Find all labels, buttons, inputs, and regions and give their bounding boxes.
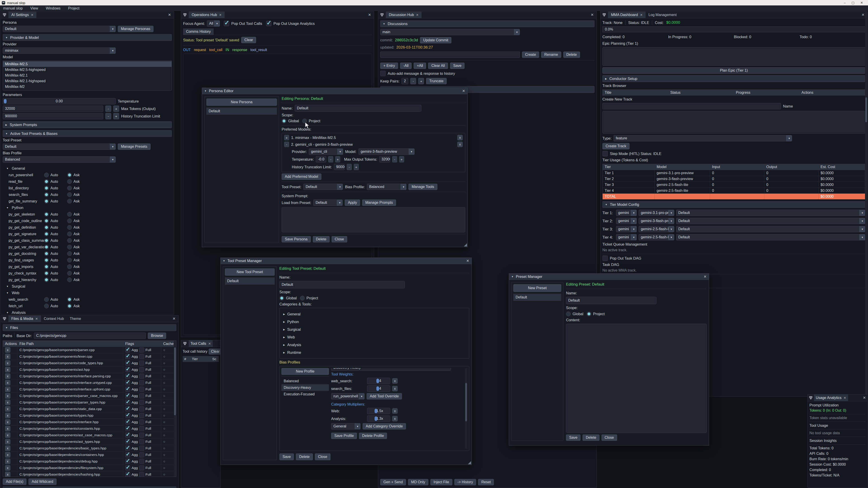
tier-preset-select[interactable]: Default: [676, 210, 865, 216]
history-action-button[interactable]: Save: [450, 63, 465, 69]
panel-menu-icon[interactable]: [1, 315, 8, 322]
section-provider-model[interactable]: Provider & Model: [3, 34, 172, 41]
close-panel-icon[interactable]: [165, 11, 174, 18]
remove-file-button[interactable]: [5, 400, 10, 405]
full-checkbox[interactable]: [139, 400, 144, 405]
panel-menu-icon[interactable]: [1, 11, 8, 18]
ask-radio[interactable]: [67, 258, 72, 263]
delete-persona-button[interactable]: Delete: [313, 236, 330, 242]
remove-file-button[interactable]: [5, 419, 10, 425]
agg-checkbox[interactable]: [125, 452, 130, 457]
full-checkbox[interactable]: [139, 361, 144, 365]
chevron-down-icon[interactable]: [6, 285, 10, 288]
history-action-button[interactable]: + Entry: [380, 63, 398, 69]
agg-checkbox[interactable]: [125, 413, 130, 418]
agg-checkbox[interactable]: [125, 348, 130, 352]
remove-file-button[interactable]: [5, 432, 10, 438]
remove-override-button[interactable]: [392, 416, 398, 421]
multiplier-slider[interactable]: 1.3x: [367, 416, 390, 422]
scrollbar[interactable]: [865, 11, 867, 396]
auto-radio[interactable]: [44, 179, 49, 184]
increment-button[interactable]: +: [354, 164, 359, 170]
remove-file-button[interactable]: [5, 406, 10, 412]
auto-radio[interactable]: [44, 232, 49, 236]
full-checkbox[interactable]: [139, 439, 144, 444]
popout-tool-calls-checkbox[interactable]: [224, 21, 229, 26]
auto-radio[interactable]: [44, 173, 49, 177]
close-button[interactable]: Close: [601, 434, 617, 441]
tier-preset-select[interactable]: Default: [676, 218, 865, 224]
remove-file-button[interactable]: [5, 367, 10, 372]
popout-task-dag-checkbox[interactable]: [602, 256, 608, 261]
manage-presets-button[interactable]: Manage Presets: [118, 143, 151, 150]
model-list-item[interactable]: MiniMax-M2.5: [3, 61, 172, 67]
composer-action-button[interactable]: MD Only: [408, 479, 428, 485]
auto-radio[interactable]: [44, 225, 49, 230]
track-type-select[interactable]: feature: [614, 135, 792, 141]
close-panel-icon[interactable]: [588, 11, 596, 18]
dialog-titlebar[interactable]: Preset Manager: [509, 273, 709, 280]
close-tab-icon[interactable]: [31, 13, 33, 17]
auto-radio[interactable]: [44, 199, 49, 203]
popout-usage-checkbox[interactable]: [266, 21, 272, 26]
clear-history-button[interactable]: Clear: [209, 349, 222, 355]
composer-action-button[interactable]: Gen + Send: [380, 479, 406, 485]
agg-checkbox[interactable]: [125, 439, 130, 444]
ask-radio[interactable]: [67, 297, 72, 302]
close-panel-icon[interactable]: [170, 315, 178, 322]
full-checkbox[interactable]: [139, 420, 144, 424]
track-name-input[interactable]: [602, 103, 781, 109]
tab-theme[interactable]: Theme: [67, 315, 84, 322]
profile-name-input[interactable]: [331, 368, 451, 371]
increment-button[interactable]: +: [418, 78, 424, 84]
close-panel-icon[interactable]: [365, 11, 374, 18]
agg-checkbox[interactable]: [125, 393, 130, 398]
new-tool-preset-button[interactable]: New Tool Preset: [225, 268, 275, 275]
panel-menu-icon[interactable]: [181, 340, 189, 347]
decrement-button[interactable]: -: [328, 156, 333, 162]
provider-select[interactable]: gemini_cli: [309, 149, 343, 155]
auto-radio[interactable]: [44, 219, 49, 223]
agg-checkbox[interactable]: [125, 433, 130, 437]
remove-override-button[interactable]: [392, 386, 398, 391]
tier-provider-select[interactable]: gemini: [616, 234, 637, 240]
full-checkbox[interactable]: [139, 413, 144, 418]
model-list-item[interactable]: MiniMax-M2.1-highspeed: [3, 78, 172, 84]
bias-profile-item[interactable]: Discovery-Heavy: [281, 384, 329, 391]
tier-model-select[interactable]: gemini-2.5-flash-lite: [639, 234, 674, 240]
close-tab-icon[interactable]: [35, 317, 38, 321]
auto-radio[interactable]: [44, 264, 49, 269]
scrollbar[interactable]: [465, 368, 467, 449]
section-active-tools[interactable]: Active Tool Presets & Biases: [3, 130, 172, 137]
manage-personas-button[interactable]: Manage Personas: [118, 26, 153, 32]
ask-radio[interactable]: [67, 271, 72, 275]
chevron-down-icon[interactable]: [6, 311, 10, 314]
remove-file-button[interactable]: [5, 459, 10, 464]
decrement-button[interactable]: -: [105, 105, 111, 112]
minimize-icon[interactable]: –: [844, 1, 846, 4]
close-dialog-icon[interactable]: [704, 274, 707, 279]
agg-checkbox[interactable]: [125, 361, 130, 365]
manage-tools-button[interactable]: Manage Tools: [408, 184, 437, 190]
full-checkbox[interactable]: [139, 406, 144, 412]
save-button[interactable]: Save: [566, 434, 581, 441]
full-checkbox[interactable]: [139, 426, 144, 431]
add-preferred-model-button[interactable]: Add Preferred Model: [282, 173, 321, 180]
decrement-button[interactable]: -: [410, 78, 416, 84]
tool-preset-name-input[interactable]: [279, 281, 405, 288]
tab-usage-analytics[interactable]: Usage Analytics: [814, 394, 848, 401]
scope-global-radio[interactable]: [566, 312, 571, 316]
increment-button[interactable]: +: [335, 156, 340, 162]
tool-preset-list-item[interactable]: Default: [225, 278, 275, 285]
save-persona-button[interactable]: Save Persona: [282, 236, 311, 242]
close-tab-icon[interactable]: [416, 13, 418, 17]
dialog-titlebar[interactable]: Tool Preset Manager: [221, 258, 471, 264]
model-list-item[interactable]: MiniMax-M2.5-highspeed: [3, 67, 172, 72]
menu-item[interactable]: View: [30, 6, 38, 10]
scrollbar-thumb[interactable]: [465, 383, 467, 421]
focus-agent-select[interactable]: All: [207, 20, 220, 27]
scrollbar[interactable]: [174, 341, 176, 477]
remove-file-button[interactable]: [5, 439, 10, 445]
tier-preset-select[interactable]: Default: [676, 234, 865, 240]
section-screenshots[interactable]: Screenshots: [3, 486, 176, 488]
